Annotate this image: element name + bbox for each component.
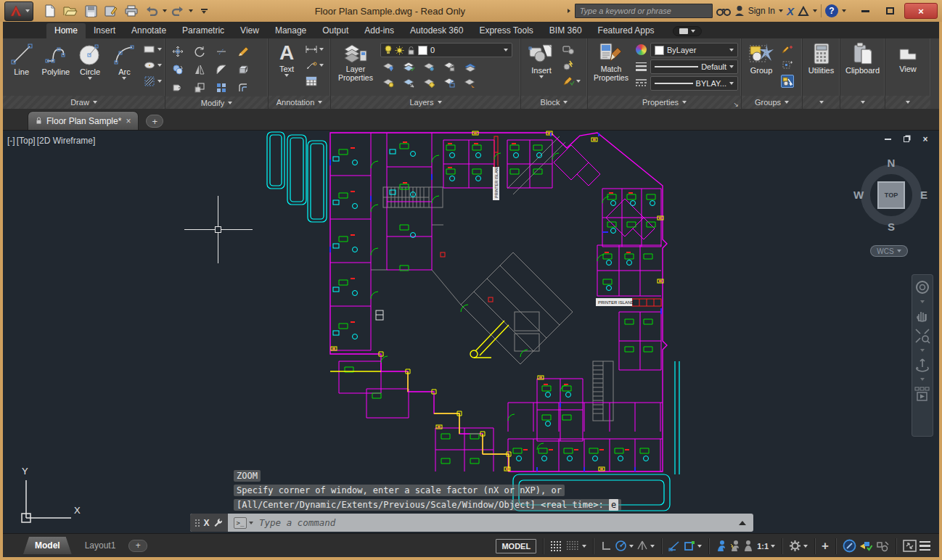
viewcube-top-face[interactable]: TOP [877, 181, 905, 209]
arc-button[interactable]: Arc [109, 41, 140, 80]
viewport-menu-control[interactable]: [-] [7, 136, 15, 146]
pan-hand-icon[interactable] [915, 308, 930, 323]
graphics-performance-icon[interactable] [843, 539, 856, 553]
zoom-extents-icon[interactable] [914, 328, 930, 344]
layer-current-button[interactable] [402, 76, 415, 89]
tab-insert[interactable]: Insert [86, 23, 123, 38]
circle-dropdown-icon[interactable] [88, 77, 92, 80]
viewport-view-control[interactable]: [Top] [17, 136, 36, 146]
tab-featured-apps[interactable]: Featured Apps [590, 23, 663, 38]
object-snap-icon[interactable] [684, 540, 695, 551]
command-drag-handle-icon[interactable] [195, 519, 200, 527]
workspace-dropdown-icon[interactable] [803, 545, 808, 548]
grid-display-icon[interactable] [566, 540, 579, 552]
copy-button[interactable] [171, 63, 184, 76]
object-snap-dropdown-icon[interactable] [697, 545, 702, 548]
linetype-select[interactable]: BYLAY... [650, 76, 738, 91]
file-tab-close-icon[interactable]: × [126, 116, 131, 126]
navigation-bar[interactable] [912, 274, 933, 437]
sign-in-button[interactable]: Sign In [748, 6, 775, 16]
layer-thaw-button[interactable] [422, 76, 435, 89]
tab-manage[interactable]: Manage [267, 23, 314, 38]
trim-button[interactable] [215, 45, 228, 58]
close-button[interactable]: × [904, 3, 938, 19]
dimension-dropdown-icon[interactable] [319, 48, 324, 51]
isodraft-dropdown-icon[interactable] [650, 545, 655, 548]
navigation-wheel-icon[interactable] [914, 279, 930, 295]
tab-add-ins[interactable]: Add-ins [356, 23, 402, 38]
mirror-button[interactable] [193, 63, 206, 76]
layers-panel-label[interactable]: Layers [331, 96, 520, 109]
group-selection-toggle[interactable] [781, 75, 794, 88]
ellipse-dropdown-icon[interactable] [157, 64, 162, 67]
annotation-panel-label[interactable]: Annotation [269, 96, 330, 109]
clean-screen-icon[interactable] [903, 540, 917, 552]
polyline-button[interactable]: Polyline [40, 41, 71, 76]
drawing-restore-icon[interactable] [901, 135, 912, 144]
ribbon-display-toggle[interactable] [673, 26, 702, 36]
viewcube[interactable]: N S W E TOP [856, 160, 927, 231]
new-drawing-tab-button[interactable]: + [146, 115, 163, 128]
hatch-button[interactable] [143, 75, 156, 88]
insert-button[interactable]: Insert [524, 41, 559, 78]
command-line-bar[interactable]: X >_ [190, 514, 753, 532]
rectangle-button[interactable] [143, 43, 156, 56]
redo-button[interactable] [168, 2, 187, 20]
tab-express-tools[interactable]: Express Tools [471, 23, 541, 38]
block-panel-label[interactable]: Block [521, 96, 587, 109]
ellipse-button[interactable] [143, 59, 156, 72]
array-button[interactable] [215, 81, 228, 94]
help-button[interactable]: ? [825, 4, 838, 17]
zoom-dropdown-icon[interactable] [920, 349, 925, 352]
infocenter-collapse-icon[interactable] [568, 9, 570, 13]
annotation-scale-value[interactable]: 1:1 [757, 542, 775, 551]
undo-button[interactable] [142, 2, 161, 20]
tab-autodesk-360[interactable]: Autodesk 360 [402, 23, 471, 38]
hardware-acceleration-icon[interactable] [859, 540, 873, 552]
scale-button[interactable] [193, 81, 206, 94]
open-button[interactable] [61, 2, 80, 20]
isodraft-icon[interactable] [636, 540, 648, 551]
a360-icon[interactable] [798, 6, 809, 17]
insert-dropdown-icon[interactable] [539, 75, 544, 78]
text-dropdown-icon[interactable] [284, 74, 289, 77]
application-menu-button[interactable] [4, 1, 33, 21]
polar-tracking-icon[interactable] [615, 540, 627, 552]
match-properties-button[interactable]: Match Properties [591, 41, 631, 82]
create-block-button[interactable] [562, 43, 575, 56]
move-button[interactable] [171, 45, 184, 58]
a360-dropdown-icon[interactable] [813, 9, 817, 12]
viewcube-south[interactable]: S [884, 221, 898, 233]
table-button[interactable] [305, 75, 318, 88]
object-snap-tracking-icon[interactable] [668, 540, 681, 551]
layer-lock-button[interactable] [443, 60, 456, 73]
exchange-apps-icon[interactable]: X [787, 5, 794, 17]
drawing-minimize-icon[interactable] [882, 135, 893, 144]
fillet-button[interactable] [215, 63, 228, 76]
ortho-icon[interactable] [600, 540, 612, 551]
snap-grid-icon[interactable] [550, 540, 563, 552]
define-attributes-button[interactable] [562, 59, 575, 72]
layout1-tab[interactable]: Layout1 [73, 537, 128, 554]
lineweight-button[interactable] [634, 59, 647, 73]
qat-customize-button[interactable] [194, 2, 213, 20]
leader-dropdown-icon[interactable] [319, 64, 324, 67]
color-select[interactable]: ByLayer [650, 43, 738, 57]
command-customize-wrench-icon[interactable] [213, 518, 223, 527]
linetype-button[interactable] [634, 76, 647, 89]
drawing-close-icon[interactable]: × [920, 135, 930, 144]
clipboard-button[interactable]: Clipboard [843, 41, 882, 75]
groups-panel-label[interactable]: Groups [742, 96, 802, 109]
model-tab[interactable]: Model [23, 537, 72, 554]
rectangle-dropdown-icon[interactable] [157, 48, 162, 51]
group-button[interactable]: Group [745, 41, 778, 75]
plot-button[interactable] [122, 2, 141, 20]
orbit-icon[interactable] [914, 357, 930, 373]
status-customize-plus[interactable]: + [822, 540, 829, 552]
viewcube-east[interactable]: E [917, 189, 931, 201]
layer-freeze-button[interactable] [422, 60, 435, 73]
view-panel-expand[interactable] [885, 96, 930, 109]
tab-bim-360[interactable]: BIM 360 [541, 23, 590, 38]
group-edit-button[interactable] [781, 59, 794, 72]
properties-dialog-launcher-icon[interactable]: ↘ [733, 101, 739, 108]
